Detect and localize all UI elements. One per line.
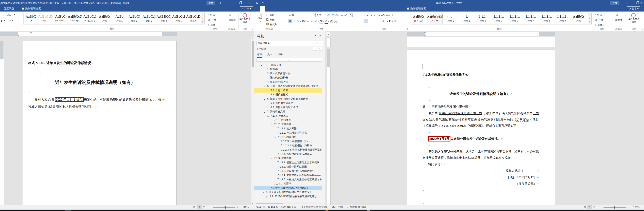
justify-button[interactable] <box>373 19 376 23</box>
left-zoom-control[interactable]: −+ <box>210 205 238 210</box>
style-item[interactable]: AaBbCcD 标题 6 <box>186 13 201 24</box>
zoom-out-icon[interactable]: − <box>601 206 602 209</box>
first-line-indent-marker[interactable] <box>30 32 32 33</box>
print-layout-icon[interactable]: ▯ <box>197 205 202 209</box>
styles-dialog-launcher-icon[interactable] <box>202 28 204 30</box>
ribbon-tab[interactable] <box>290 6 294 11</box>
bold-button[interactable]: B <box>288 19 292 23</box>
ribbon-tab[interactable] <box>260 6 265 11</box>
ribbon-tab[interactable] <box>285 6 290 11</box>
right-ribbon-options-icon[interactable] <box>622 0 628 6</box>
cut-button[interactable]: ✂剪切 <box>266 13 274 17</box>
left-minimize-icon[interactable]: — <box>228 0 234 6</box>
nav-tree-item[interactable]: 5.1. 开标一览表 <box>254 88 322 93</box>
taskbar-app-icon[interactable] <box>65 210 71 211</box>
tree-expand-icon[interactable]: ◢ <box>271 156 274 161</box>
left-signin-button[interactable]: 登录 <box>206 1 216 5</box>
tree-expand-icon[interactable]: ◢ <box>271 122 274 127</box>
nav-tab-results[interactable]: 结果 <box>278 53 282 57</box>
borders-button[interactable]: ⊞ ▾ <box>9 19 13 22</box>
left-close-icon[interactable]: × <box>246 0 253 6</box>
style-item[interactable]: AaBbC ms-rtefo... <box>53 13 68 24</box>
borders-button[interactable]: ⊞ ▾ <box>394 19 398 23</box>
ribbon-tab[interactable] <box>309 6 314 11</box>
style-item[interactable]: 1.1.1. 标题 4 <box>475 13 491 24</box>
nav-tree-item[interactable]: 7.1.2.1. 准入截图 <box>254 127 322 131</box>
shading-button[interactable]: ◧ ▾ <box>1 19 5 22</box>
hanging-indent-marker[interactable] <box>17 35 19 36</box>
paragraph-dialog-launcher-icon[interactable] <box>18 28 19 30</box>
nav-tree-item[interactable]: 4. 商务响应/偏差表 <box>254 80 322 84</box>
enclose-char-button[interactable]: 字 <box>334 20 338 23</box>
nav-tree-item[interactable]: 7.1.2.3.3. 检测机构资质有效证明文件 <box>254 148 322 152</box>
tree-expand-icon[interactable]: ◢ <box>264 110 267 114</box>
clipboard-dialog-launcher-icon[interactable] <box>283 28 285 30</box>
font-name-combo[interactable]: 宋体▾ <box>288 13 316 17</box>
track-changes-indicator[interactable]: 修订: 关闭 <box>332 205 343 210</box>
left-zoom-level[interactable]: 110% <box>242 205 248 210</box>
ribbon-tab[interactable] <box>270 6 275 11</box>
right-tellme[interactable]: 操作说明搜索 <box>404 6 428 11</box>
phonetic-guide-button[interactable]: wén <box>344 13 348 17</box>
collapse-ribbon-icon[interactable]: ∧ <box>252 28 253 30</box>
zoom-in-icon[interactable]: + <box>237 206 238 209</box>
next-result-icon[interactable]: ∨ <box>318 47 322 51</box>
ribbon-tab[interactable] <box>256 6 260 11</box>
nav-tree-item[interactable]: ◢7.1. 基本情况表 <box>254 114 322 118</box>
nav-tree-item[interactable]: 3. 法人代表授权书 <box>254 76 322 80</box>
tree-expand-icon[interactable]: ◢ <box>267 114 270 118</box>
style-item[interactable]: AaBbC 15 <box>24 13 38 24</box>
style-item[interactable]: 1.1.1.1. 标题 5 <box>491 13 507 24</box>
nav-tree-item[interactable]: 7.1.1. 营业执照 <box>254 118 322 122</box>
nav-tree-item[interactable]: 7.1.2.4. 特殊性能评价指标承诺 <box>254 152 322 156</box>
shading-button[interactable]: ◧ ▾ <box>389 19 393 23</box>
page-indicator[interactable]: 第 45 页，共 404 页 <box>256 205 278 210</box>
find-button[interactable]: ⌕查找 ▾ <box>208 13 216 16</box>
nav-tree-item[interactable]: 2. 法人代表身份证明 <box>254 71 322 76</box>
first-line-indent-marker[interactable] <box>424 32 426 33</box>
style-item[interactable]: AaBbCcDdE ↵ 正文 <box>427 13 443 24</box>
right-page[interactable]: ▪7.2.近年来发生的诉讼及仲裁情况↵ ↵ ↵ 近年发生的诉讼及仲裁情况说明（如… <box>407 49 555 205</box>
right-close-icon[interactable]: × <box>638 0 644 6</box>
save-to-baidu-button[interactable]: 保存到百度网盘 <box>239 18 251 24</box>
nav-tree-item[interactable]: ◢7.1.3. 信誉要求 <box>254 156 322 161</box>
nav-tree-item[interactable]: 7.1.4. 其他要求 <box>254 182 322 186</box>
style-item[interactable]: AaBbCcI ↵ 报告正文 <box>82 13 98 24</box>
tree-expand-icon[interactable]: ◢ <box>274 135 277 139</box>
style-item[interactable]: AaBb 标题 1 <box>112 13 127 24</box>
collapse-ribbon-icon[interactable]: ∧ <box>641 28 643 30</box>
shrink-font-button[interactable]: A˅ <box>331 13 335 17</box>
zoom-out-icon[interactable]: − <box>210 206 212 209</box>
style-item[interactable]: AaBbCcI 标题 3 <box>142 13 156 24</box>
nav-tree-item[interactable]: 7.1.3.1. 国家企业信用信息公示系统网... <box>254 161 322 165</box>
style-item[interactable]: AaBbC( 标题 <box>571 13 587 24</box>
nav-search-input[interactable]: 投标保证金 × ▾ <box>256 41 323 46</box>
style-item[interactable]: AaBbC( 四号宋体 <box>411 13 427 24</box>
right-signin-button[interactable]: 登录 <box>610 1 619 5</box>
nav-tree-item[interactable]: 7.1.3.5. 未被纳入到集团公司三商黑名单 <box>254 178 322 182</box>
nav-tree-item[interactable]: ◢6. 招标文件要求的供货或服务承诺书 <box>254 97 322 101</box>
tree-expand-icon[interactable]: ◢ <box>260 63 264 67</box>
taskbar-app-icon[interactable] <box>367 210 370 211</box>
show-marks-button[interactable]: ¶ <box>390 13 394 17</box>
ribbon-tab[interactable] <box>265 6 270 11</box>
nav-tree-item[interactable]: 7.2. 近年来发生的诉讼及仲裁情况 <box>254 186 322 190</box>
nav-tree-item[interactable]: 7.1.2.2. 产品质量认可证书 <box>254 131 322 135</box>
subscript-button[interactable]: x₂ <box>306 19 310 23</box>
style-item[interactable]: AaBbCcDdE font21 <box>38 13 53 24</box>
replace-button[interactable]: ab替换 <box>208 18 216 22</box>
paragraph-dialog-launcher-icon[interactable] <box>406 28 408 30</box>
ribbon-tab[interactable] <box>299 6 304 11</box>
nav-tree-item[interactable]: 1. 投标函 <box>254 67 322 71</box>
nav-tree-item[interactable]: 7.1.3.4. 未被中国石油招标投标网(www... <box>254 173 322 178</box>
nav-tree-item[interactable]: ▷8.1. 2023-2025年国内采油采气用调剖堵水... <box>254 195 322 199</box>
accessibility-indicator[interactable]: 辅助功能: 调查 <box>347 205 366 210</box>
previous-page-bottom[interactable] <box>407 37 555 47</box>
right-minimize-icon[interactable]: — <box>628 0 634 6</box>
paste-button[interactable]: 粘贴 ▾ <box>257 13 265 23</box>
style-item[interactable]: 1.1.1.1.: 标题 9 <box>555 13 571 24</box>
format-painter-button[interactable]: 格式刷 <box>266 23 277 26</box>
text-effects-button[interactable]: A <box>314 19 318 23</box>
style-item[interactable]: AaBbC( 标题 <box>98 13 112 24</box>
style-item[interactable]: 1. 标题 2 <box>459 13 475 24</box>
